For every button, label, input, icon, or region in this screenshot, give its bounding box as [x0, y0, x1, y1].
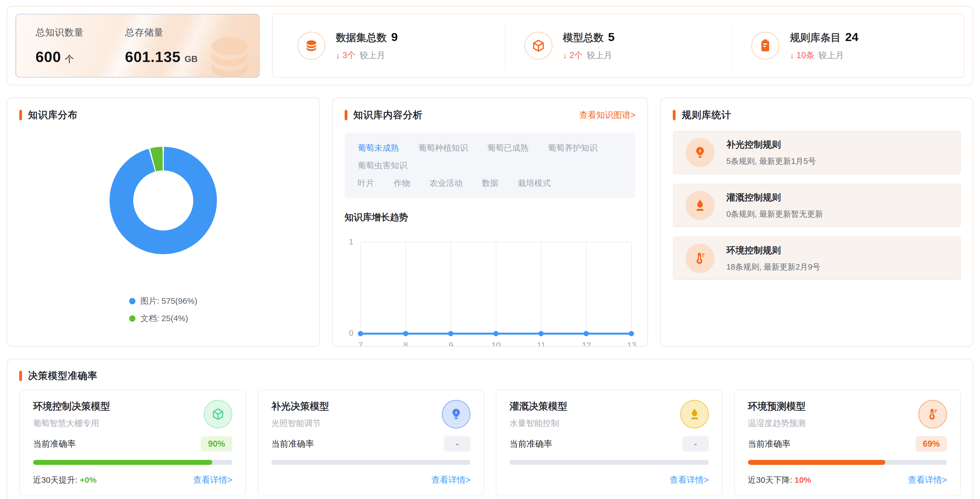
- trend-text: [509, 475, 512, 485]
- storage-total-value: 601.135: [125, 48, 181, 65]
- legend-item-images: 图片: 575(96%): [129, 295, 197, 307]
- analysis-panel: 知识库内容分析 查看知识图谱> 葡萄未成熟 葡萄种植知识 葡萄已成熟 葡萄养护知…: [332, 97, 648, 347]
- data-point: [538, 331, 544, 336]
- rule-item-irrigation: 灌溉控制规则 0条规则, 最新更新暂无更新: [673, 184, 961, 227]
- view-details-link[interactable]: 查看详情>: [908, 474, 947, 486]
- donut-hole: [133, 171, 193, 231]
- middle-row: 知识库分布 图片: 575(96%) 文档: 25(4%) 知识库内容分析 查看…: [6, 97, 974, 347]
- stat-title: 规则库条目: [790, 31, 841, 45]
- stat-title: 数据集总数: [336, 31, 387, 45]
- accuracy-progressbar: [509, 460, 709, 465]
- model-name: 灌溉决策模型: [509, 400, 567, 413]
- stat-models: 模型总数 5 ↓ 2个 较上月: [504, 22, 732, 69]
- accuracy-progressbar: [748, 460, 947, 465]
- trend-text: 近30天下降:10%: [748, 475, 811, 486]
- tag-cloud: 葡萄未成熟 葡萄种植知识 葡萄已成熟 葡萄养护知识 葡萄虫害知识 叶片 作物 农…: [345, 133, 636, 198]
- title-accent-bar: [19, 110, 22, 120]
- stat-compare: 较上月: [360, 49, 385, 61]
- accuracy-label: 当前准确率: [271, 438, 314, 450]
- tag-grape-ripe[interactable]: 葡萄已成熟: [487, 139, 528, 157]
- accuracy-badge: 90%: [201, 436, 232, 452]
- cube-icon: [204, 400, 232, 429]
- database-watermark-icon: [203, 30, 256, 78]
- rule-item-environment: 环境控制规则 18条规则, 最新更新2月9号: [673, 236, 961, 280]
- accuracy-progress-fill: [748, 460, 885, 465]
- rule-name: 补光控制规则: [726, 139, 816, 151]
- tag-agri-activity[interactable]: 农业活动: [430, 174, 463, 192]
- model-name: 环境预测模型: [748, 400, 806, 413]
- legend-item-docs: 文档: 25(4%): [129, 313, 197, 324]
- gridline: [631, 242, 632, 334]
- distribution-title: 知识库分布: [28, 108, 78, 121]
- stat-title: 模型总数: [563, 31, 604, 45]
- rule-desc: 0条规则, 最新更新暂无更新: [726, 209, 823, 220]
- y-tick-1: 1: [349, 238, 353, 247]
- tag-grape-pest[interactable]: 葡萄虫害知识: [358, 157, 407, 174]
- stat-value: 24: [845, 30, 858, 44]
- models-title: 决策模型准确率: [28, 369, 97, 382]
- stat-compare: 较上月: [587, 49, 612, 61]
- model-card-env-control: 环境控制决策模型 葡萄智慧大棚专用 当前准确率 90% 近30天提升:+0% 查…: [19, 389, 246, 496]
- down-arrow-icon: ↓: [563, 50, 567, 61]
- trend-text: [271, 475, 274, 485]
- drop-icon: [680, 400, 709, 429]
- tag-leaf[interactable]: 叶片: [358, 174, 374, 192]
- analysis-title: 知识库内容分析: [353, 108, 423, 121]
- view-details-link[interactable]: 查看详情>: [670, 474, 709, 486]
- tag-grape-care[interactable]: 葡萄养护知识: [548, 139, 598, 157]
- title-accent-bar: [673, 110, 676, 120]
- bulb-icon: [686, 138, 714, 167]
- storage-total-label: 总存储量: [125, 26, 198, 39]
- trend-text: 近30天提升:+0%: [33, 475, 97, 486]
- storage-total: 总存储量 601.135 GB: [125, 26, 198, 77]
- x-tick-label: 9: [449, 340, 453, 347]
- accuracy-badge: -: [682, 436, 709, 452]
- x-tick-label: 12: [582, 340, 591, 347]
- bulb-icon: [442, 400, 471, 429]
- gridline: [360, 242, 361, 334]
- rules-panel: 规则库统计 补光控制规则 5条规则, 最新更新1月5号 灌溉控制规则 0条规则,…: [660, 97, 974, 347]
- accuracy-progressbar: [33, 460, 232, 465]
- summary-card: 总知识数量 600 个 总存储量 601.135 GB: [16, 14, 260, 78]
- model-card-light: 补光决策模型 光照智能调节 当前准确率 - 查看详情>: [258, 389, 485, 496]
- growth-plot: [361, 242, 632, 334]
- rule-item-light: 补光控制规则 5条规则, 最新更新1月5号: [673, 131, 961, 174]
- gridline: [406, 242, 406, 334]
- distribution-panel: 知识库分布 图片: 575(96%) 文档: 25(4%): [6, 97, 320, 347]
- tag-row-1: 葡萄未成熟 葡萄种植知识 葡萄已成熟 葡萄养护知识 葡萄虫害知识: [358, 139, 622, 174]
- legend-label: 图片: 575(96%): [140, 295, 197, 307]
- tag-crop[interactable]: 作物: [394, 174, 410, 192]
- y-tick-0: 0: [349, 328, 353, 338]
- data-point: [584, 331, 589, 336]
- knowledge-total-unit: 个: [65, 53, 74, 65]
- thermometer-icon: [918, 400, 947, 429]
- rule-name: 灌溉控制规则: [726, 191, 823, 204]
- rules-icon: [751, 32, 779, 60]
- legend-dot-green: [129, 315, 135, 322]
- stat-datasets: 数据集总数 9 ↓ 3个 较上月: [278, 22, 504, 69]
- title-accent-bar: [19, 371, 22, 381]
- x-tick-label: 11: [537, 340, 546, 347]
- knowledge-total-label: 总知识数量: [35, 26, 84, 39]
- accuracy-label: 当前准确率: [33, 438, 76, 450]
- view-details-link[interactable]: 查看详情>: [193, 474, 232, 486]
- accuracy-badge: 69%: [916, 436, 947, 452]
- data-point: [448, 331, 453, 336]
- view-knowledge-graph-link[interactable]: 查看知识图谱>: [579, 109, 635, 121]
- rule-desc: 5条规则, 最新更新1月5号: [726, 156, 816, 167]
- stats-card: 数据集总数 9 ↓ 3个 较上月 模型总数 5 ↓: [272, 14, 964, 78]
- tag-cultivation[interactable]: 栽培模式: [518, 174, 551, 192]
- model-card-env-predict: 环境预测模型 温湿度趋势预测 当前准确率 69% 近30天下降:10% 查看详情…: [734, 389, 961, 496]
- gridline: [541, 242, 541, 334]
- accuracy-label: 当前准确率: [509, 438, 552, 450]
- tag-grape-planting[interactable]: 葡萄种植知识: [418, 139, 468, 157]
- view-details-link[interactable]: 查看详情>: [431, 474, 471, 486]
- knowledge-donut-chart: [110, 147, 217, 254]
- model-desc: 水量智能控制: [509, 418, 567, 429]
- accuracy-progressbar: [271, 460, 471, 465]
- tag-grape-unripe[interactable]: 葡萄未成熟: [358, 139, 399, 157]
- legend-label: 文档: 25(4%): [140, 313, 188, 324]
- x-tick-label: 10: [492, 340, 500, 347]
- tag-data[interactable]: 数据: [482, 174, 498, 192]
- x-tick-label: 8: [403, 340, 408, 347]
